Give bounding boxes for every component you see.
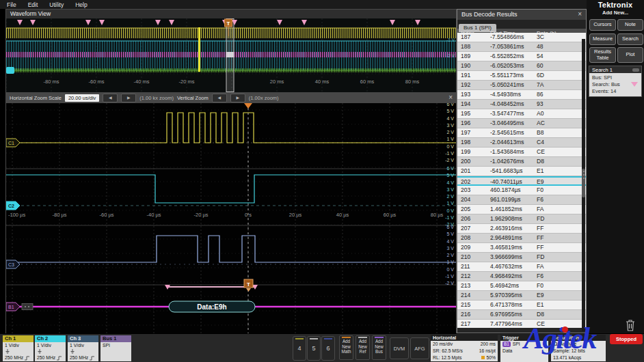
- ch1-position-marker[interactable]: C1: [6, 139, 20, 147]
- run-stop-button[interactable]: Stopped: [610, 334, 643, 344]
- search-card-header: Search 1: [589, 66, 642, 73]
- table-row[interactable]: 196-3.046495msAC: [457, 119, 586, 128]
- table-row[interactable]: 2061.962908msFD: [457, 214, 586, 224]
- table-row[interactable]: 192-5.050241ms7A: [457, 81, 586, 90]
- cell-index: 202: [457, 178, 490, 184]
- table-row[interactable]: 197-2.545615msB8: [457, 128, 586, 138]
- channel-5-button[interactable]: 5: [307, 336, 321, 361]
- h-zoom-decrease-button[interactable]: ◀: [103, 94, 118, 102]
- add-new-bus-button[interactable]: Add New Bus: [372, 335, 386, 360]
- zoom-window[interactable]: [226, 19, 234, 92]
- channel-badge-bus1[interactable]: Bus 1 SPI: [100, 335, 131, 361]
- search-result-card[interactable]: Search 1 Bus: SPI Search: Bus Events: 14: [589, 66, 642, 97]
- table-row[interactable]: 190-6.052053ms60: [457, 61, 586, 71]
- h-zoom-increase-button[interactable]: ▶: [121, 94, 136, 102]
- scrollbar-thumb[interactable]: [582, 169, 585, 197]
- table-row[interactable]: 204961.0199µsF6: [457, 195, 586, 205]
- table-row[interactable]: 203460.1874µsF0: [457, 186, 586, 195]
- add-new-ref-button[interactable]: Add New Ref: [355, 335, 370, 360]
- ground-coupling-icon: [70, 349, 96, 356]
- bus-position-marker[interactable]: B1: [6, 303, 33, 311]
- dvm-button[interactable]: DVM: [390, 337, 409, 359]
- table-row[interactable]: 2103.966699msFD: [457, 253, 586, 262]
- table-row[interactable]: 2135.46942msF0: [457, 281, 586, 291]
- table-row[interactable]: 193-4.54938ms86: [457, 90, 586, 100]
- table-row[interactable]: 2051.461852msFA: [457, 205, 586, 214]
- channel-badge-ch2[interactable]: Ch 2 1 V/div 250 MHz: [35, 335, 66, 361]
- cell-data: C4: [537, 138, 586, 147]
- search-card-body: Bus: SPI Search: Bus Events: 14: [589, 73, 642, 97]
- menu-utility[interactable]: Utility: [49, 1, 64, 8]
- table-row[interactable]: 2177.477964msCE: [457, 320, 586, 328]
- results-table-button[interactable]: Results Table: [589, 47, 616, 63]
- time-tick-label: -80 ms: [44, 79, 59, 85]
- table-row[interactable]: 201-541.6683µsE1: [457, 167, 586, 176]
- time-tick-label: 20 µs: [289, 212, 302, 218]
- v-zoom-increase-button[interactable]: ▶: [230, 94, 245, 102]
- afg-button[interactable]: AFG: [410, 337, 429, 359]
- trigger-icon[interactable]: T: [244, 279, 253, 292]
- trigger-badge[interactable]: Trigger B1SPI Data: [500, 335, 548, 362]
- ch1-trace: [6, 113, 456, 143]
- table-row[interactable]: 2072.463916msFF: [457, 224, 586, 234]
- table-row[interactable]: 198-2.044613msC4: [457, 138, 586, 148]
- table-row[interactable]: 195-3.547477msA0: [457, 109, 586, 119]
- table-row[interactable]: 2082.964891msFF: [457, 234, 586, 243]
- cell-data: CE: [537, 320, 586, 328]
- waveform-overview[interactable]: T -80 ms-60 ms-40 ms-20 ms20 ms40 ms60 m…: [6, 18, 456, 92]
- channel-6-button[interactable]: 6: [321, 336, 335, 361]
- zoom-close-icon[interactable]: ×: [448, 94, 453, 101]
- measure-button[interactable]: Measure: [589, 33, 616, 45]
- zoomed-waveform-view[interactable]: T Data:E9h C1 C2 C3: [6, 103, 456, 333]
- overview-cursor-bar[interactable]: [198, 27, 200, 72]
- horizontal-title: Horizontal: [431, 335, 498, 341]
- acquisition-badge[interactable]: Acquisition Analyze Sample: 12 bits 13.4…: [551, 335, 606, 361]
- h-zoom-scale-value[interactable]: 20.00 us/div: [65, 94, 99, 102]
- table-row[interactable]: 191-5.551173ms6D: [457, 71, 586, 81]
- cursors-button[interactable]: Cursors: [589, 19, 616, 31]
- table-row[interactable]: 2093.465819msFF: [457, 243, 586, 253]
- table-row[interactable]: 2114.467632msFA: [457, 262, 586, 272]
- table-row[interactable]: 2156.471378msE1: [457, 301, 586, 310]
- table-row[interactable]: 199-1.543684msCE: [457, 148, 586, 157]
- add-new-math-button[interactable]: Add New Math: [339, 335, 353, 360]
- cell-index: 207: [457, 224, 490, 233]
- cell-start-time: 4.968492ms: [490, 272, 537, 281]
- time-tick-label: 20 ms: [270, 79, 284, 85]
- search-card-title: Search 1: [592, 67, 613, 73]
- bus-decode-value-box[interactable]: Data:E9h: [169, 301, 255, 312]
- cell-index: 201: [457, 167, 490, 176]
- plot-button[interactable]: Plot: [617, 47, 643, 63]
- table-row[interactable]: 2166.976955msD8: [457, 310, 586, 320]
- ch3-scale: 1 V/div: [70, 343, 96, 349]
- cell-data: F0: [537, 281, 586, 290]
- cell-index: 196: [457, 119, 490, 128]
- table-row[interactable]: 2124.968492msF6: [457, 272, 586, 281]
- table-row[interactable]: 189-6.552852ms54: [457, 52, 586, 61]
- trigger-top-marker-icon[interactable]: [244, 103, 252, 109]
- trash-icon[interactable]: [624, 318, 636, 335]
- horizontal-badge[interactable]: Horizontal 20 ms/div200 ms SR: 62.5 MS/s…: [431, 335, 498, 361]
- table-row[interactable]: 200-1.042676msD8: [457, 157, 586, 167]
- channel-badge-ch3[interactable]: Ch 3 1 V/div 250 MHz: [68, 335, 98, 361]
- table-row[interactable]: 187-7.554866ms3C: [457, 33, 586, 42]
- ch2-position-marker[interactable]: C2: [6, 201, 20, 210]
- cell-index: 206: [457, 214, 490, 223]
- cell-index: 190: [457, 61, 490, 70]
- time-tick-label: 40 ms: [315, 79, 329, 85]
- scrollbar[interactable]: [582, 39, 585, 331]
- channel-badge-ch1[interactable]: Ch 1 1 V/div 250 MHz: [3, 335, 33, 361]
- menu-edit[interactable]: Edit: [28, 1, 38, 8]
- table-row[interactable]: 194-4.048452ms93: [457, 100, 586, 109]
- menu-help[interactable]: Help: [75, 1, 87, 8]
- search-button[interactable]: Search: [617, 33, 643, 45]
- table-row[interactable]: 202-40.74011µsE9: [457, 176, 586, 186]
- ch3-position-marker[interactable]: C3: [6, 260, 20, 268]
- menu-file[interactable]: File: [7, 1, 16, 8]
- bus-results-close-icon[interactable]: ×: [578, 11, 582, 18]
- channel-4-button[interactable]: 4: [293, 336, 306, 361]
- v-zoom-decrease-button[interactable]: ◀: [212, 94, 227, 102]
- note-button[interactable]: Note: [617, 19, 643, 31]
- table-row[interactable]: 2145.970395msE9: [457, 291, 586, 301]
- table-row[interactable]: 188-7.053861ms48: [457, 42, 586, 52]
